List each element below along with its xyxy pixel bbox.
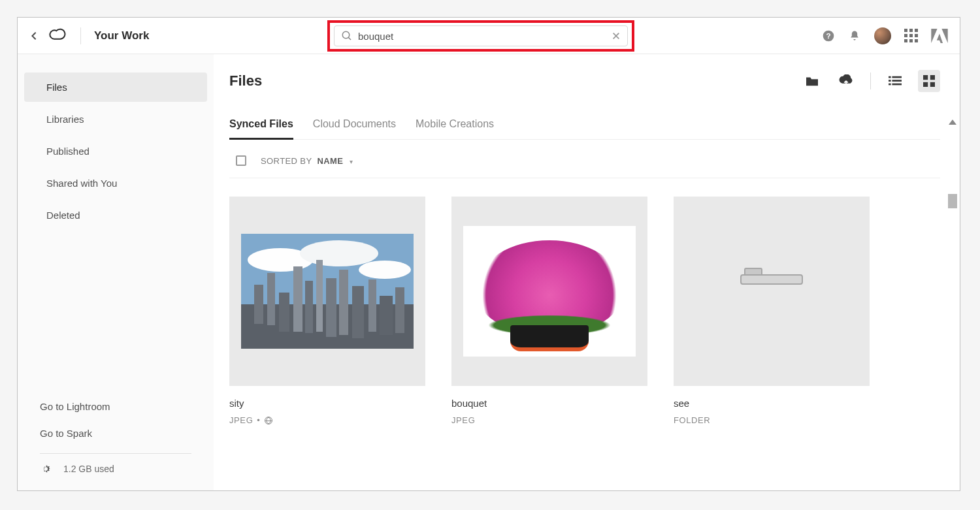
divider [40, 453, 191, 454]
app-window: Your Work ? Files Libraries Published Sh… [17, 17, 960, 491]
file-card[interactable]: bouquet JPEG [451, 197, 647, 425]
file-type: JPEG [451, 415, 475, 425]
new-folder-button[interactable] [801, 70, 823, 92]
thumbnail [674, 197, 870, 386]
apps-grid-icon[interactable] [904, 29, 918, 42]
storage-text: 1.2 GB used [63, 464, 114, 474]
header: Your Work ? [18, 18, 960, 54]
file-name: sity [229, 398, 425, 409]
file-type: FOLDER [674, 415, 710, 425]
chevron-left-icon [29, 31, 39, 40]
sidebar-item-libraries[interactable]: Libraries [24, 104, 207, 134]
creative-cloud-logo [48, 27, 67, 45]
svg-rect-25 [339, 270, 348, 335]
file-card[interactable]: sity JPEG • [229, 197, 425, 425]
svg-rect-23 [316, 260, 323, 332]
tab-synced-files[interactable]: Synced Files [229, 118, 293, 139]
bouquet-thumbnail-image [463, 226, 636, 357]
sidebar-item-files[interactable]: Files [24, 72, 207, 102]
list-view-button[interactable] [884, 70, 906, 92]
svg-rect-27 [368, 279, 376, 332]
globe-icon [265, 417, 272, 424]
bell-icon[interactable] [848, 29, 861, 42]
search-highlight-box [327, 20, 634, 52]
gear-icon[interactable] [40, 463, 52, 475]
svg-rect-26 [352, 286, 364, 338]
storage-row: 1.2 GB used [40, 463, 191, 475]
svg-rect-21 [293, 266, 302, 332]
thumbnail [229, 197, 425, 386]
sidebar: Files Libraries Published Shared with Yo… [18, 54, 214, 490]
tabs: Synced Files Cloud Documents Mobile Crea… [229, 118, 940, 140]
sidebar-link-spark[interactable]: Go to Spark [40, 420, 191, 447]
svg-rect-5 [889, 80, 891, 82]
grid-view-button[interactable] [918, 70, 940, 92]
svg-rect-29 [395, 287, 404, 333]
svg-rect-28 [380, 296, 393, 335]
file-meta: FOLDER [674, 415, 870, 425]
file-name: see [674, 398, 870, 409]
sidebar-link-lightroom[interactable]: Go to Lightroom [40, 393, 191, 420]
svg-rect-20 [279, 293, 289, 332]
svg-point-0 [342, 31, 350, 39]
page-title: Files [229, 72, 262, 89]
city-thumbnail-image [241, 234, 414, 349]
svg-rect-18 [254, 285, 263, 324]
thumbnail [451, 197, 647, 386]
search-icon [341, 30, 353, 42]
svg-point-16 [359, 261, 411, 279]
divider [80, 27, 81, 44]
main: Files Synced Files Cloud Documents Mobil… [214, 54, 960, 490]
chevron-down-icon: ▾ [350, 158, 353, 165]
scrollbar[interactable] [948, 120, 957, 486]
tab-mobile-creations[interactable]: Mobile Creations [416, 118, 494, 139]
avatar[interactable] [874, 27, 891, 44]
scroll-up-icon[interactable] [949, 120, 956, 125]
svg-rect-22 [305, 281, 313, 333]
file-name: bouquet [451, 398, 647, 409]
sidebar-item-shared[interactable]: Shared with You [24, 168, 207, 198]
svg-rect-11 [923, 82, 928, 87]
back-button[interactable] [29, 31, 39, 40]
svg-rect-3 [889, 76, 891, 78]
svg-rect-10 [930, 75, 935, 80]
file-card[interactable]: see FOLDER [674, 197, 870, 425]
sort-value: Name [318, 156, 344, 166]
upload-button[interactable] [835, 70, 857, 92]
svg-rect-4 [892, 76, 902, 78]
file-grid: sity JPEG • bouquet [229, 178, 940, 425]
svg-point-15 [300, 240, 378, 266]
search-box[interactable] [334, 25, 628, 46]
svg-rect-6 [892, 80, 902, 82]
svg-rect-9 [923, 75, 928, 80]
sidebar-item-deleted[interactable]: Deleted [24, 200, 207, 230]
clear-search-icon[interactable] [612, 31, 621, 40]
help-icon[interactable]: ? [822, 29, 835, 42]
sort-row: Sorted by Name ▾ [229, 140, 940, 178]
svg-text:?: ? [826, 31, 830, 40]
adobe-logo [931, 29, 948, 43]
tab-cloud-documents[interactable]: Cloud Documents [313, 118, 396, 139]
svg-rect-12 [930, 82, 935, 87]
sort-label: Sorted by [261, 156, 312, 166]
file-type: JPEG [229, 415, 253, 425]
svg-rect-19 [267, 273, 275, 325]
divider [870, 72, 871, 89]
search-input[interactable] [358, 31, 606, 42]
folder-icon [740, 268, 803, 315]
meta-separator: • [257, 415, 260, 425]
page-brand-title: Your Work [94, 29, 149, 42]
sidebar-item-published[interactable]: Published [24, 136, 207, 166]
file-meta: JPEG [451, 415, 647, 425]
svg-rect-24 [326, 278, 336, 337]
svg-rect-8 [892, 84, 902, 86]
select-all-checkbox[interactable] [236, 155, 246, 166]
sort-dropdown[interactable]: Name ▾ [318, 156, 353, 166]
file-meta: JPEG • [229, 415, 425, 425]
svg-rect-7 [889, 84, 891, 86]
scroll-thumb[interactable] [948, 194, 957, 208]
